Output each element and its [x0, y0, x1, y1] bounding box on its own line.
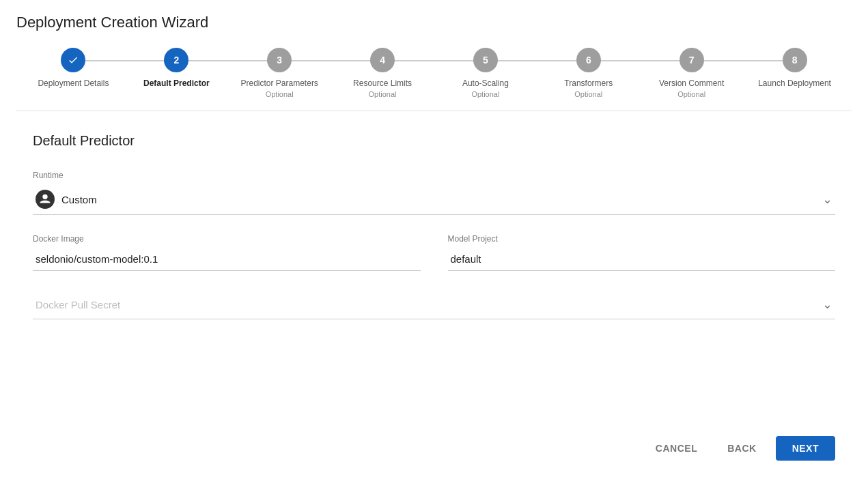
step-3-circle: 3 — [267, 48, 292, 72]
step-7-circle: 7 — [680, 48, 704, 72]
model-project-label: Model Project — [448, 234, 836, 244]
step-3[interactable]: 3 Predictor Parameters Optional — [228, 48, 331, 100]
step-3-label: Predictor Parameters Optional — [241, 78, 318, 100]
step-1-circle — [61, 48, 85, 72]
step-6[interactable]: 6 Transformers Optional — [537, 48, 640, 100]
step-7[interactable]: 7 Version Comment Optional — [640, 48, 743, 100]
pull-secret-placeholder: Docker Pull Secret — [36, 299, 822, 310]
step-8-label: Launch Deployment — [758, 78, 831, 89]
pull-secret-group: Docker Pull Secret ⌄ — [33, 290, 835, 319]
back-button[interactable]: BACK — [716, 436, 767, 461]
docker-image-label: Docker Image — [33, 234, 421, 244]
docker-image-input[interactable] — [33, 248, 421, 271]
step-5-label: Auto-Scaling Optional — [462, 78, 509, 100]
step-5-circle: 5 — [473, 48, 498, 72]
wizard-container: Deployment Creation Wizard Deployment De… — [0, 0, 868, 477]
step-4-circle: 4 — [370, 48, 395, 72]
step-7-label: Version Comment Optional — [659, 78, 724, 100]
steps-row: Deployment Details 2 Default Predictor 3… — [16, 48, 852, 100]
step-1-label: Deployment Details — [38, 78, 109, 89]
svg-point-0 — [42, 194, 47, 199]
cancel-button[interactable]: CANCEL — [645, 436, 708, 461]
step-4-label: Resource Limits Optional — [353, 78, 412, 100]
step-2[interactable]: 2 Default Predictor — [125, 48, 228, 89]
step-8-circle: 8 — [783, 48, 807, 72]
runtime-icon — [36, 190, 55, 209]
wizard-header: Deployment Creation Wizard Deployment De… — [0, 0, 868, 111]
step-2-label: Default Predictor — [143, 78, 210, 89]
docker-image-field: Docker Image — [33, 234, 421, 271]
step-8[interactable]: 8 Launch Deployment — [743, 48, 846, 89]
step-1[interactable]: Deployment Details — [22, 48, 125, 89]
step-6-label: Transformers Optional — [564, 78, 613, 100]
runtime-label: Runtime — [33, 171, 835, 180]
step-6-circle: 6 — [576, 48, 601, 72]
runtime-group: Runtime Custom ⌄ — [33, 171, 835, 215]
wizard-content: Default Predictor Runtime Custom ⌄ Docke… — [0, 111, 868, 425]
step-5[interactable]: 5 Auto-Scaling Optional — [434, 48, 537, 100]
section-title: Default Predictor — [33, 133, 835, 149]
pull-secret-chevron-icon: ⌄ — [822, 297, 832, 312]
step-4[interactable]: 4 Resource Limits Optional — [331, 48, 434, 100]
next-button[interactable]: NEXT — [776, 436, 835, 461]
wizard-title: Deployment Creation Wizard — [16, 14, 852, 31]
wizard-footer: CANCEL BACK NEXT — [0, 425, 868, 477]
runtime-chevron-icon: ⌄ — [822, 192, 832, 207]
step-2-circle: 2 — [164, 48, 188, 72]
pull-secret-select[interactable]: Docker Pull Secret ⌄ — [33, 290, 835, 319]
model-project-field: Model Project — [448, 234, 836, 271]
runtime-value: Custom — [61, 194, 822, 205]
model-project-input[interactable] — [448, 248, 836, 271]
image-project-group: Docker Image Model Project — [33, 234, 835, 271]
runtime-select[interactable]: Custom ⌄ — [33, 184, 835, 215]
